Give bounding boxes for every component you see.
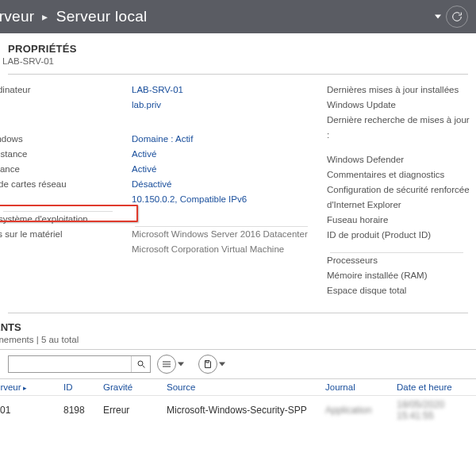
content-area: PROPRIÉTÉS r LAB-SRV-01 l'ordinateur à d…	[0, 33, 476, 476]
filter-button[interactable]	[157, 355, 176, 374]
properties-subtitle: r LAB-SRV-01	[0, 56, 468, 66]
value-hardware: Microsoft Corporation Virtual Machine	[132, 242, 314, 257]
breadcrumb-current[interactable]: Serveur local	[56, 8, 148, 25]
col-id[interactable]: ID	[63, 382, 103, 392]
label-product-id: ID de produit (Product ID)	[327, 228, 470, 243]
breadcrumb-parent[interactable]: serveur	[0, 8, 34, 25]
events-search-input[interactable]	[9, 359, 131, 370]
svg-line-1	[142, 366, 144, 368]
label-firewall: Windows	[0, 132, 119, 147]
breadcrumb[interactable]: serveur ▸ Serveur local	[0, 8, 148, 25]
value-firewall[interactable]: Domaine : Actif	[132, 132, 314, 147]
col-severity[interactable]: Gravité	[103, 382, 167, 392]
search-icon[interactable]	[131, 356, 150, 372]
label-remote-mgmt: à distance	[0, 147, 119, 162]
col-source[interactable]: Source	[167, 382, 325, 392]
label-nic-teaming: on de cartes réseau	[0, 177, 119, 192]
refresh-button[interactable]	[446, 6, 468, 28]
events-subtitle: énements | 5 au total	[0, 333, 476, 344]
value-ip[interactable]: 10.150.0.2, Compatible IPv6	[132, 192, 314, 207]
cell-id: 8198	[63, 405, 103, 416]
events-title: ENTS	[0, 321, 476, 333]
caret-down-icon[interactable]	[178, 361, 184, 367]
value-remote-mgmt[interactable]: Activé	[132, 147, 314, 162]
label-disk: Espace disque total	[327, 283, 470, 298]
properties-section: PROPRIÉTÉS r LAB-SRV-01 l'ordinateur à d…	[0, 33, 476, 298]
label-feedback: Commentaires et diagnostics	[327, 167, 470, 182]
label-last-check: Dernière recherche de mises à jour :	[327, 113, 470, 143]
value-nic-teaming[interactable]: Désactivé	[132, 177, 314, 192]
server-manager-window: serveur ▸ Serveur local PROPRIÉTÉS r LAB…	[0, 0, 476, 476]
label-defender: Windows Defender	[327, 152, 470, 167]
col-server[interactable]: erveur▸	[8, 382, 63, 392]
cell-datetime: 18/05/2020 15:41:55	[397, 399, 468, 421]
properties-grid: l'ordinateur à distance Windows à distan…	[0, 83, 476, 298]
events-toolbar	[0, 349, 476, 379]
label-hardware: ions sur le matériel	[0, 227, 119, 242]
label-ie-esc: Configuration de sécurité renforcée d'In…	[327, 182, 470, 213]
breadcrumb-dropdown[interactable]	[433, 7, 443, 26]
label-remote-desktop: distance	[0, 162, 119, 177]
label-os-version: du système d'exploitation	[0, 212, 119, 227]
cell-server: 01	[0, 405, 63, 416]
save-button[interactable]	[198, 355, 217, 374]
label-cpu: Processeurs	[327, 253, 470, 268]
events-header: erveur▸ ID Gravité Source Journal Date e…	[0, 379, 476, 396]
chevron-right-icon: ▸	[42, 10, 48, 23]
col-journal[interactable]: Journal	[325, 382, 397, 392]
value-domain[interactable]: lab.priv	[132, 98, 314, 113]
label-last-updates: Dernières mises à jour installées	[327, 83, 470, 98]
col-datetime[interactable]: Date et heure	[397, 382, 468, 392]
label-computer-name: l'ordinateur	[0, 83, 119, 98]
titlebar: serveur ▸ Serveur local	[0, 0, 476, 33]
label-timezone: Fuseau horaire	[327, 213, 470, 228]
properties-title: PROPRIÉTÉS	[8, 43, 468, 55]
label-ram: Mémoire installée (RAM)	[327, 268, 470, 283]
table-row[interactable]: 01 8198 Erreur Microsoft-Windows-Securit…	[0, 396, 476, 424]
caret-down-icon[interactable]	[219, 361, 225, 367]
cell-source: Microsoft-Windows-Security-SPP	[167, 405, 325, 416]
value-os: Microsoft Windows Server 2016 Datacenter	[132, 227, 314, 242]
label-windows-update: Windows Update	[327, 98, 470, 113]
events-search[interactable]	[8, 355, 151, 373]
cell-severity: Erreur	[103, 405, 167, 416]
cell-journal: Application	[325, 405, 397, 416]
svg-point-0	[138, 361, 143, 366]
svg-rect-5	[206, 361, 209, 363]
events-section: ENTS énements | 5 au total	[0, 313, 476, 424]
value-computer-name[interactable]: LAB-SRV-01	[132, 83, 314, 98]
value-remote-desktop[interactable]: Activé	[132, 162, 314, 177]
